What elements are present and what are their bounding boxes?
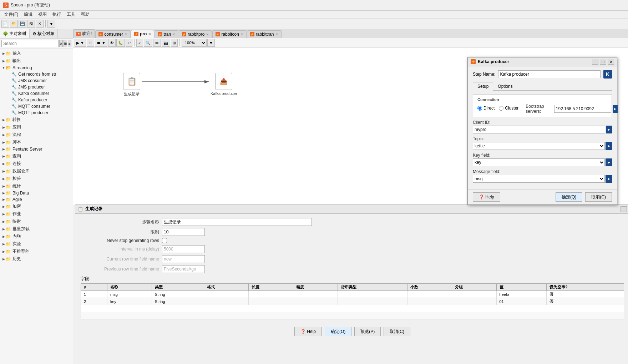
tab-consumer[interactable]: ⚡ consumer ✕ <box>95 30 131 38</box>
tree-item-批量加载[interactable]: ▶📁批量加载 <box>0 225 73 233</box>
tree-item-查询[interactable]: ▶📁查询 <box>0 152 73 160</box>
tab-welcome[interactable]: ★ 欢迎! <box>73 29 95 38</box>
tree-item-转换[interactable]: ▶📁转换 <box>0 116 73 123</box>
direct-radio[interactable] <box>477 106 482 111</box>
tree-item-脚本[interactable]: ▶📁脚本 <box>0 138 73 146</box>
search-clear-button[interactable]: ✕ <box>59 40 63 47</box>
menu-help[interactable]: 帮助 <box>78 11 92 18</box>
prev-row-input[interactable] <box>162 265 205 273</box>
tree-item-检验[interactable]: ▶📁检验 <box>0 175 73 182</box>
check-button[interactable]: ✓ <box>136 39 143 47</box>
node-gen-records[interactable]: 📋 生成记录 <box>123 73 140 97</box>
tree-item-作业[interactable]: ▶📁作业 <box>0 210 73 218</box>
table-row[interactable]: 1 msg String heelo 否 <box>81 291 624 298</box>
tree-item-统计[interactable]: ▶📁统计 <box>0 182 73 190</box>
tree-item-JMS-consumer[interactable]: 🔧JMS consumer <box>0 77 73 84</box>
explore-button[interactable]: 🔍 <box>144 39 152 47</box>
tree-item-应用[interactable]: ▶📁应用 <box>0 123 73 131</box>
cluster-radio-label[interactable]: Cluster <box>499 106 518 111</box>
tran-tab-close[interactable]: ✕ <box>172 32 175 36</box>
menu-edit[interactable]: 编辑 <box>21 11 35 18</box>
zoom-dropdown[interactable]: ▼ <box>207 39 215 47</box>
search-options-button[interactable]: ≡ <box>68 40 71 47</box>
topic-browse[interactable]: ▶ <box>606 142 612 150</box>
run-button[interactable]: ▶ ▼ <box>75 39 86 47</box>
key-field-browse[interactable]: ▶ <box>606 158 612 166</box>
zoom-select[interactable]: 100% 75% 150% <box>182 39 207 47</box>
tree-item-数据仓库[interactable]: ▶📁数据仓库 <box>0 167 73 175</box>
tree-item-连接[interactable]: ▶📁连接 <box>0 160 73 167</box>
align-button[interactable]: ⊞ <box>171 39 178 47</box>
tree-item-流程[interactable]: ▶📁流程 <box>0 131 73 138</box>
preview-button[interactable]: 👁 <box>108 39 116 47</box>
tree-item-JMS-producer[interactable]: 🔧JMS producer <box>0 84 73 90</box>
kafka-help-button[interactable]: ❓ Help <box>473 192 500 202</box>
tree-item-Pentaho-Server[interactable]: ▶📁Pentaho Server <box>0 146 73 152</box>
menu-execute[interactable]: 执行 <box>50 11 64 18</box>
table-row-empty-2[interactable] <box>81 312 624 319</box>
pro-tab-close[interactable]: ✕ <box>148 32 151 36</box>
direct-radio-label[interactable]: Direct <box>477 106 495 111</box>
never-stop-checkbox[interactable] <box>162 238 167 243</box>
tree-item-输出[interactable]: ▶📁输出 <box>0 57 73 65</box>
search-expand-button[interactable]: ⊞ <box>64 40 67 47</box>
menu-view[interactable]: 视图 <box>35 11 50 18</box>
tree-item-MQTT-consumer[interactable]: 🔧MQTT consumer <box>0 103 73 110</box>
tree-item-加密[interactable]: ▶📁加密 <box>0 203 73 210</box>
tree-item-MQTT-producer[interactable]: 🔧MQTT producer <box>0 110 73 116</box>
tree-item-Get-records-from-str[interactable]: 🔧Get records from str <box>0 71 73 77</box>
tree-item-Streaming[interactable]: ▼📂Streaming <box>0 65 73 71</box>
menu-tools[interactable]: 工具 <box>64 11 78 18</box>
stop-button[interactable]: ⏹ ▼ <box>95 39 107 47</box>
menu-file[interactable]: 文件(F) <box>1 11 21 18</box>
consumer-tab-close[interactable]: ✕ <box>125 32 127 36</box>
tree-item-映射[interactable]: ▶📁映射 <box>0 218 73 225</box>
tab-rabbittran[interactable]: ⚡ rabbittran ✕ <box>247 30 282 38</box>
node-kafka-producer[interactable]: 📤 Kafka producer <box>211 73 237 96</box>
tree-item-输入[interactable]: ▶📁输入 <box>0 50 73 57</box>
tree-item-不推荐的[interactable]: ▶📁不推荐的 <box>0 248 73 255</box>
cluster-radio[interactable] <box>499 106 503 111</box>
bootstrap-browse-button[interactable]: ▶ <box>613 105 618 113</box>
table-row[interactable]: 2 key String 01 否 <box>81 298 624 305</box>
kafka-ok-button[interactable]: 确定(Q) <box>556 192 582 202</box>
toolbar-extra[interactable]: ▼ <box>47 20 55 28</box>
kafka-tab-setup[interactable]: Setup <box>473 82 493 91</box>
key-field-select[interactable]: key <box>473 158 605 166</box>
limit-input[interactable] <box>162 228 205 236</box>
tree-item-内联[interactable]: ▶📁内联 <box>0 233 73 240</box>
pause-button[interactable]: ⏸ <box>87 39 94 47</box>
bootstrap-input[interactable] <box>554 105 611 113</box>
tree-item-实验[interactable]: ▶📁实验 <box>0 240 73 248</box>
current-row-input[interactable] <box>162 255 205 263</box>
step-name-input[interactable] <box>162 218 312 226</box>
kafka-tab-options[interactable]: Options <box>493 82 517 90</box>
gen-help-button[interactable]: ❓ Help <box>294 327 322 336</box>
replay-button[interactable]: ↩ <box>126 39 132 47</box>
tab-rabbitcon[interactable]: ⚡ rabbitcon ✕ <box>212 30 246 38</box>
search-input[interactable] <box>1 40 59 47</box>
left-tab-core-object[interactable]: ⚙ 核心对象 <box>30 29 58 38</box>
rabbittran-tab-close[interactable]: ✕ <box>275 32 278 36</box>
toolbar-open[interactable]: 📂 <box>10 20 18 28</box>
client-id-input[interactable] <box>473 126 605 133</box>
gen-ok-button[interactable]: 确定(O) <box>325 327 351 336</box>
tree-item-历史[interactable]: ▶📁历史 <box>0 255 73 263</box>
kafka-maximize-button[interactable]: □ <box>600 59 606 65</box>
rabbitcon-tab-close[interactable]: ✕ <box>240 32 243 36</box>
left-tab-main-tree[interactable]: 🌳 主对象树 <box>0 29 30 38</box>
kafka-cancel-button[interactable]: 取消(C) <box>585 192 612 202</box>
tree-item-Kafka-producer[interactable]: 🔧Kafka producer <box>0 97 73 103</box>
message-field-browse[interactable]: ▶ <box>606 175 612 183</box>
gen-preview-button[interactable]: 预览(P) <box>354 327 381 336</box>
tree-item-Agile[interactable]: ▶📁Agile <box>0 196 73 203</box>
topic-select[interactable]: kettle <box>473 142 605 150</box>
interval-input[interactable] <box>162 245 205 253</box>
message-field-select[interactable]: msg <box>473 175 605 183</box>
toolbar-new[interactable]: 📄 <box>1 20 9 28</box>
toolbar-save[interactable]: 💾 <box>19 20 26 28</box>
tab-rabbitpro[interactable]: ⚡ rabbitpro ✕ <box>179 30 212 38</box>
tab-tran[interactable]: ⚡ tran ✕ <box>155 30 178 38</box>
step-name-input[interactable] <box>498 70 601 78</box>
gen-cancel-button[interactable]: 取消(C) <box>384 327 410 336</box>
